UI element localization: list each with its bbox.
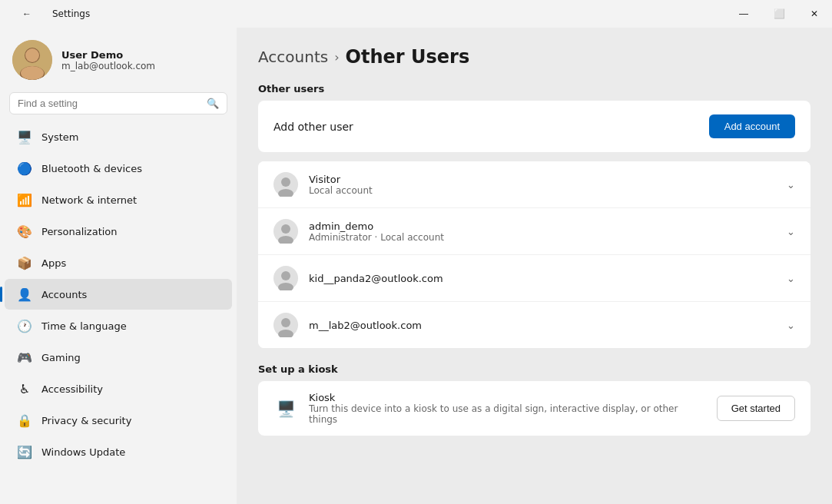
gaming-icon: 🎮	[17, 350, 32, 365]
svg-point-6	[278, 189, 293, 197]
user-row-left: admin_demo Administrator · Local account	[273, 219, 444, 244]
user-row-name: Visitor	[309, 174, 373, 185]
update-icon: 🔄	[17, 444, 32, 459]
chevron-down-icon: ⌄	[787, 179, 795, 191]
user-avatar-small	[273, 313, 298, 337]
user-row-left: Visitor Local account	[273, 172, 373, 197]
svg-point-11	[281, 318, 290, 327]
sidebar-item-accounts[interactable]: 👤 Accounts	[5, 279, 232, 310]
add-account-button[interactable]: Add account	[709, 114, 795, 138]
sidebar-item-label-accessibility: Accessibility	[41, 383, 103, 395]
main-content: Accounts › Other Users Other users Add o…	[237, 28, 832, 504]
sidebar-item-label-bluetooth: Bluetooth & devices	[41, 163, 142, 174]
titlebar-controls: — ⬜ ✕	[726, 0, 832, 28]
svg-point-4	[21, 66, 44, 80]
accounts-icon: 👤	[17, 287, 32, 302]
users-list: Visitor Local account ⌄ admin_demo Admin…	[258, 161, 810, 348]
kiosk-icon: 🖥️	[273, 396, 298, 421]
titlebar-left: ← Settings	[9, 0, 90, 28]
kiosk-info: Kiosk Turn this device into a kiosk to u…	[309, 392, 708, 425]
breadcrumb-arrow: ›	[334, 50, 339, 65]
user-row-left: kid__panda2@outlook.com	[273, 266, 443, 290]
sidebar-item-label-accounts: Accounts	[41, 289, 87, 300]
user-row-info: m__lab2@outlook.com	[309, 320, 422, 331]
user-row-info: Visitor Local account	[309, 174, 373, 196]
apps-icon: 📦	[17, 255, 32, 270]
restore-button[interactable]: ⬜	[761, 0, 797, 28]
user-row[interactable]: m__lab2@outlook.com ⌄	[258, 302, 810, 348]
svg-point-10	[278, 283, 293, 290]
add-user-row: Add other user Add account	[258, 101, 810, 152]
chevron-down-icon: ⌄	[787, 320, 795, 331]
app-body: User Demo m_lab@outlook.com 🔍 🖥️ System …	[0, 28, 832, 504]
minimize-button[interactable]: —	[726, 0, 761, 28]
user-section: User Demo m_lab@outlook.com	[0, 28, 237, 89]
svg-point-5	[281, 177, 290, 187]
sidebar-item-label-personalization: Personalization	[41, 226, 118, 237]
personalization-icon: 🎨	[17, 224, 32, 239]
svg-point-12	[278, 330, 293, 337]
titlebar-title: Settings	[52, 8, 90, 19]
user-email: m_lab@outlook.com	[61, 61, 155, 71]
user-row-info: kid__panda2@outlook.com	[309, 273, 443, 284]
user-row-name: admin_demo	[309, 220, 444, 232]
search-input[interactable]	[18, 98, 201, 109]
user-avatar-small	[273, 172, 298, 197]
sidebar-item-label-apps: Apps	[41, 257, 66, 269]
user-info: User Demo m_lab@outlook.com	[61, 49, 155, 71]
network-icon: 📶	[17, 192, 32, 207]
sidebar-item-accessibility[interactable]: ♿ Accessibility	[5, 373, 232, 404]
sidebar-item-label-update: Windows Update	[41, 446, 125, 458]
breadcrumb: Accounts › Other Users	[258, 46, 810, 68]
add-user-label: Add other user	[273, 121, 353, 133]
sidebar: User Demo m_lab@outlook.com 🔍 🖥️ System …	[0, 28, 237, 504]
user-avatar-small	[273, 266, 298, 290]
privacy-icon: 🔒	[17, 413, 32, 428]
user-row[interactable]: Visitor Local account ⌄	[258, 161, 810, 208]
svg-point-3	[25, 48, 39, 62]
user-row-sub: Local account	[309, 185, 373, 196]
svg-point-7	[281, 224, 290, 234]
sidebar-item-update[interactable]: 🔄 Windows Update	[5, 436, 232, 467]
kiosk-desc: Turn this device into a kiosk to use as …	[309, 403, 708, 425]
time-icon: 🕐	[17, 318, 32, 333]
chevron-down-icon: ⌄	[787, 273, 795, 284]
sidebar-item-bluetooth[interactable]: 🔵 Bluetooth & devices	[5, 153, 232, 184]
sidebar-item-label-network: Network & internet	[41, 194, 137, 206]
sidebar-item-label-privacy: Privacy & security	[41, 415, 131, 426]
sidebar-item-label-gaming: Gaming	[41, 352, 81, 363]
user-name: User Demo	[61, 49, 155, 61]
sidebar-item-gaming[interactable]: 🎮 Gaming	[5, 342, 232, 373]
user-avatar-small	[273, 219, 298, 244]
breadcrumb-parent[interactable]: Accounts	[258, 48, 328, 66]
search-icon: 🔍	[207, 98, 219, 109]
user-row[interactable]: kid__panda2@outlook.com ⌄	[258, 255, 810, 302]
sidebar-item-system[interactable]: 🖥️ System	[5, 121, 232, 152]
close-button[interactable]: ✕	[797, 0, 832, 28]
user-row[interactable]: admin_demo Administrator · Local account…	[258, 208, 810, 255]
chevron-down-icon: ⌄	[787, 226, 795, 237]
kiosk-title: Set up a kiosk	[258, 363, 810, 375]
accessibility-icon: ♿	[17, 381, 32, 396]
sidebar-item-network[interactable]: 📶 Network & internet	[5, 184, 232, 215]
svg-point-8	[278, 236, 293, 244]
sidebar-item-personalization[interactable]: 🎨 Personalization	[5, 216, 232, 247]
kiosk-left: 🖥️ Kiosk Turn this device into a kiosk t…	[273, 392, 708, 425]
bluetooth-icon: 🔵	[17, 161, 32, 176]
kiosk-section: Set up a kiosk 🖥️ Kiosk Turn this device…	[258, 363, 810, 436]
sidebar-item-privacy[interactable]: 🔒 Privacy & security	[5, 405, 232, 436]
search-box[interactable]: 🔍	[9, 92, 227, 114]
get-started-button[interactable]: Get started	[717, 396, 795, 421]
kiosk-name: Kiosk	[309, 392, 708, 403]
user-row-sub: Administrator · Local account	[309, 232, 444, 243]
user-row-name: m__lab2@outlook.com	[309, 320, 422, 331]
user-row-left: m__lab2@outlook.com	[273, 313, 422, 337]
sidebar-item-label-system: System	[41, 131, 78, 143]
sidebar-item-time[interactable]: 🕐 Time & language	[5, 310, 232, 341]
user-row-name: kid__panda2@outlook.com	[309, 273, 443, 284]
back-button[interactable]: ←	[9, 0, 45, 28]
other-users-title: Other users	[258, 83, 810, 94]
sidebar-item-apps[interactable]: 📦 Apps	[5, 247, 232, 278]
titlebar: ← Settings — ⬜ ✕	[0, 0, 832, 28]
kiosk-row: 🖥️ Kiosk Turn this device into a kiosk t…	[258, 381, 810, 436]
